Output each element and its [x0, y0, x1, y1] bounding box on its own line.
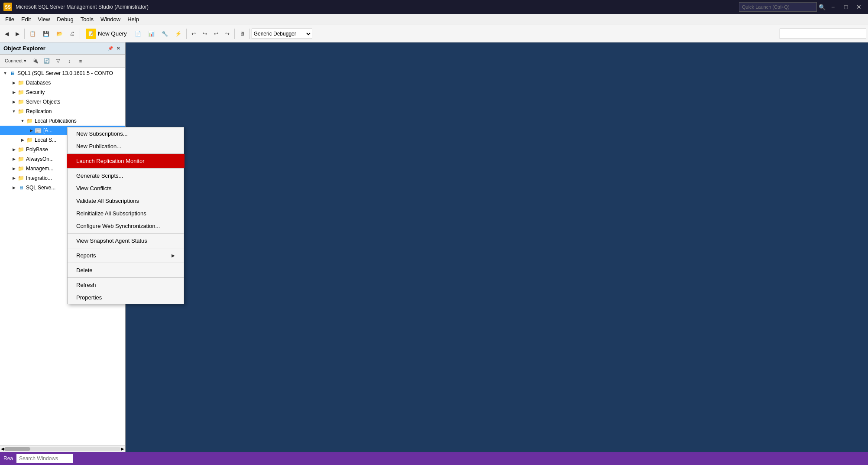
search-icon: 🔍 [819, 4, 826, 10]
local-pubs-expand-icon: ▼ [19, 117, 26, 124]
cm-new-subscriptions-label: New Subscriptions... [76, 130, 128, 137]
cm-new-publication-label: New Publication... [76, 143, 121, 150]
pub-label: [A... [43, 127, 52, 133]
server-objects-expand-icon: ▶ [10, 98, 17, 105]
server-icon: 🖥 [9, 70, 16, 77]
integration-expand-icon: ▶ [10, 175, 17, 182]
oe-close-icon[interactable]: ✕ [115, 45, 122, 52]
minimize-button[interactable]: − [827, 2, 839, 12]
toolbar-btn-1[interactable]: 📋 [26, 27, 39, 40]
cm-delete[interactable]: Delete [68, 264, 184, 276]
status-ready-text: Rea [3, 455, 13, 462]
new-query-label: New Query [98, 30, 127, 37]
connect-label: Connect ▾ [5, 58, 26, 64]
menu-edit[interactable]: Edit [18, 15, 34, 23]
scrollbar-thumb[interactable] [4, 447, 30, 451]
pub-expand-icon: ▶ [28, 127, 35, 134]
tree-server-node[interactable]: ▼ 🖥 SQL1 (SQL Server 13.0.1601.5 - CONTO [0, 68, 125, 78]
object-explorer: Object Explorer 📌 ✕ Connect ▾ 🔌 🔄 ▽ ↕ ≡ … [0, 42, 126, 452]
cm-properties-label: Properties [76, 294, 102, 301]
toolbar-btn-11[interactable]: ↩ [211, 27, 221, 40]
scroll-left-arrow[interactable]: ◀ [1, 446, 4, 451]
oe-refresh-button[interactable]: 🔄 [42, 56, 52, 66]
local-pubs-label: Local Publications [35, 118, 77, 124]
toolbar-separator-2 [80, 29, 80, 39]
menu-tools[interactable]: Tools [77, 15, 97, 23]
menu-debug[interactable]: Debug [53, 15, 77, 23]
object-explorer-title: Object Explorer [3, 45, 45, 52]
new-query-button[interactable]: 📝 New Query [82, 26, 131, 41]
menu-help[interactable]: Help [124, 15, 143, 23]
cm-view-conflicts[interactable]: View Conflicts [68, 182, 184, 195]
cm-properties[interactable]: Properties [68, 291, 184, 304]
cm-reinitialize-all-subscriptions-label: Reinitialize All Subscriptions [76, 210, 146, 217]
toolbar-search-input[interactable] [780, 29, 866, 39]
management-expand-icon: ▶ [10, 165, 17, 172]
cm-new-publication[interactable]: New Publication... [68, 140, 184, 153]
title-bar: SS Microsoft SQL Server Management Studi… [0, 0, 868, 14]
toolbar-btn-6[interactable]: 📊 [145, 27, 158, 40]
cm-new-subscriptions[interactable]: New Subscriptions... [68, 127, 184, 140]
oe-summary-button[interactable]: ≡ [75, 56, 86, 66]
alwayson-folder-icon: 📁 [17, 156, 24, 163]
oe-filter-button[interactable]: ▽ [53, 56, 63, 66]
toolbar-btn-13[interactable]: 🖥 [236, 27, 248, 40]
generic-debugger-select[interactable]: Generic Debugger [252, 29, 312, 39]
toolbar-btn-4[interactable]: 🖨 [67, 27, 78, 40]
integration-label: Integratio... [26, 175, 52, 181]
tree-databases[interactable]: ▶ 📁 Databases [0, 78, 125, 88]
cm-generate-scripts[interactable]: Generate Scripts... [68, 169, 184, 182]
replication-label: Replication [26, 108, 52, 114]
sql-server-expand-icon: ▶ [10, 184, 17, 191]
toolbar-btn-8[interactable]: ⚡ [172, 27, 185, 40]
cm-view-snapshot-agent-status[interactable]: View Snapshot Agent Status [68, 234, 184, 247]
cm-validate-all-subscriptions[interactable]: Validate All Subscriptions [68, 195, 184, 207]
cm-refresh-label: Refresh [76, 282, 96, 288]
server-label: SQL1 (SQL Server 13.0.1601.5 - CONTO [17, 70, 113, 76]
status-search-input[interactable] [16, 454, 73, 463]
tree-local-publications[interactable]: ▼ 📁 Local Publications [0, 116, 125, 126]
back-button[interactable]: ◀ [2, 27, 12, 40]
oe-pin-icon[interactable]: 📌 [107, 45, 114, 52]
object-explorer-scrollbar[interactable]: ◀ ▶ [0, 445, 125, 452]
forward-button[interactable]: ▶ [13, 27, 23, 40]
tree-security[interactable]: ▶ 📁 Security [0, 88, 125, 97]
toolbar-btn-9[interactable]: ↩ [188, 27, 199, 40]
tree-server-objects[interactable]: ▶ 📁 Server Objects [0, 97, 125, 107]
menu-view[interactable]: View [34, 15, 53, 23]
quick-launch-input[interactable] [739, 2, 817, 12]
title-bar-right: 🔍 − □ ✕ [739, 2, 865, 12]
toolbar-btn-5[interactable]: 📄 [132, 27, 144, 40]
cm-reinitialize-all-subscriptions[interactable]: Reinitialize All Subscriptions [68, 207, 184, 220]
server-expand-icon: ▼ [2, 70, 9, 77]
new-query-icon: 📝 [86, 29, 96, 39]
integration-folder-icon: 📁 [17, 175, 24, 182]
scrollbar-track[interactable] [4, 447, 121, 451]
toolbar-btn-7[interactable]: 🔧 [159, 27, 171, 40]
maximize-button[interactable]: □ [840, 2, 852, 12]
toolbar: ◀ ▶ 📋 💾 📂 🖨 📝 New Query 📄 📊 🔧 ⚡ ↩ ↪ ↩ ↪ … [0, 25, 868, 42]
cm-reports[interactable]: Reports ▶ [68, 249, 184, 262]
toolbar-btn-12[interactable]: ↪ [222, 27, 233, 40]
alwayson-expand-icon: ▶ [10, 156, 17, 163]
tree-replication[interactable]: ▼ 📁 Replication [0, 107, 125, 116]
toolbar-btn-3[interactable]: 📂 [53, 27, 66, 40]
main-area: Object Explorer 📌 ✕ Connect ▾ 🔌 🔄 ▽ ↕ ≡ … [0, 42, 868, 452]
server-objects-folder-icon: 📁 [17, 98, 24, 105]
oe-sync-button[interactable]: ↕ [64, 56, 74, 66]
close-button[interactable]: ✕ [853, 2, 865, 12]
scroll-right-arrow[interactable]: ▶ [121, 446, 124, 451]
cm-configure-web-sync[interactable]: Configure Web Synchronization... [68, 220, 184, 232]
toolbar-btn-10[interactable]: ↪ [200, 27, 210, 40]
cm-separator-1 [68, 153, 184, 154]
server-objects-label: Server Objects [26, 99, 60, 105]
toolbar-btn-2[interactable]: 💾 [40, 27, 52, 40]
oe-connect-button[interactable]: Connect ▾ [2, 56, 29, 66]
menu-file[interactable]: File [2, 15, 18, 23]
oe-disconnect-button[interactable]: 🔌 [30, 56, 41, 66]
security-label: Security [26, 89, 45, 95]
cm-refresh[interactable]: Refresh [68, 279, 184, 291]
cm-launch-replication-monitor[interactable]: Launch Replication Monitor [68, 155, 184, 167]
management-label: Managem... [26, 166, 53, 172]
menu-window[interactable]: Window [97, 15, 124, 23]
